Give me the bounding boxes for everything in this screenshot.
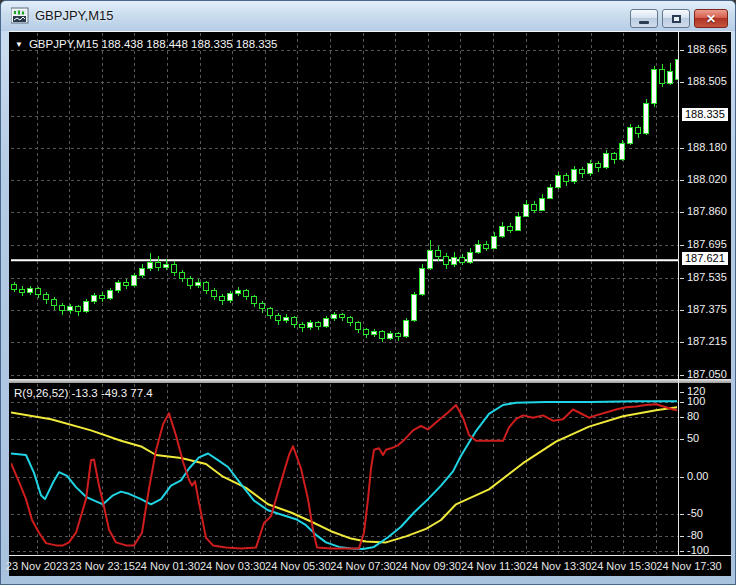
price-scale-separator <box>678 32 679 555</box>
candle-body <box>652 69 657 103</box>
candle-body <box>220 297 225 301</box>
candle-body <box>76 307 81 312</box>
price-axis-label: 187.215 <box>687 335 727 347</box>
indicator-axis-label: 0.00 <box>687 470 708 482</box>
time-axis-label: 24 Nov 03:30 <box>200 560 265 572</box>
price-axis-label: 188.020 <box>687 173 727 185</box>
candle-body <box>36 289 41 295</box>
axis-tick <box>680 82 684 83</box>
time-axis-label: 24 Nov 11:30 <box>461 560 526 572</box>
candle-body <box>596 164 601 168</box>
time-axis-label: 23 Nov 2023 <box>6 560 68 572</box>
candle-body <box>172 264 177 272</box>
candle-body <box>92 296 97 302</box>
cyan-line <box>11 401 677 549</box>
candle-body <box>140 269 145 276</box>
time-axis-label: 24 Nov 13:30 <box>526 560 591 572</box>
restore-button[interactable] <box>662 9 690 28</box>
yellow-line <box>11 407 677 542</box>
candle-body <box>564 176 569 182</box>
axis-tick <box>680 148 684 149</box>
candle-body <box>212 291 217 297</box>
candle-body <box>364 330 369 335</box>
indicator-pane[interactable]: R(9,26,52) -13.3 -49.3 77.4 <box>11 384 679 554</box>
candle-body <box>316 323 321 327</box>
candle-body <box>284 318 289 321</box>
close-button[interactable]: ✕ <box>694 9 728 28</box>
candle-body <box>436 250 441 256</box>
axis-tick <box>680 375 684 376</box>
candle-body <box>388 334 393 338</box>
candle-body <box>276 316 281 321</box>
candle-body <box>428 250 433 268</box>
window-titlebar[interactable]: GBPJPY,M15 ✕ <box>1 1 736 31</box>
axis-tick <box>680 50 684 51</box>
time-axis-label: 24 Nov 07:30 <box>330 560 395 572</box>
candle-body <box>412 295 417 321</box>
candle-body <box>580 170 585 174</box>
axis-tick <box>680 310 684 311</box>
candle-body <box>476 244 481 252</box>
time-axis-label: 24 Nov 01:30 <box>135 560 200 572</box>
candle-body <box>548 188 553 198</box>
candle-body <box>28 289 33 293</box>
minimize-button[interactable] <box>630 9 658 28</box>
symbol-ohlc-header: ▼GBPJPY,M15 188.438 188.448 188.335 188.… <box>15 38 277 50</box>
axis-tick <box>680 245 684 246</box>
candle-body <box>540 198 545 210</box>
mt4-chart-window: GBPJPY,M15 ✕ ▼GBPJPY,M15 188.438 188.448… <box>0 0 736 585</box>
pane-divider[interactable] <box>9 379 731 383</box>
indicator-axis-label: -100 <box>687 544 709 556</box>
indicator-axis[interactable]: 12010080500.00-50-80-100 <box>680 384 731 554</box>
candle-body <box>236 291 241 294</box>
axis-tick <box>680 417 684 418</box>
axis-tick <box>680 477 684 478</box>
candle-body <box>84 302 89 312</box>
candle-body <box>164 264 169 267</box>
price-axis[interactable]: 188.665188.505188.180188.020187.860187.6… <box>680 33 731 379</box>
candle-body <box>604 154 609 168</box>
indicator-chart[interactable] <box>11 384 679 554</box>
candle-body <box>516 216 521 230</box>
indicator-label: R(9,26,52) -13.3 -49.3 77.4 <box>14 387 153 399</box>
candle-body <box>124 283 129 286</box>
red-line <box>11 404 677 548</box>
axis-tick <box>680 536 684 537</box>
candle-body <box>252 297 257 304</box>
time-axis-label: 24 Nov 15:30 <box>591 560 656 572</box>
candle-body <box>492 236 497 248</box>
time-axis-label: 24 Nov 09:30 <box>395 560 460 572</box>
axis-tick <box>680 439 684 440</box>
candle-body <box>52 300 57 306</box>
price-axis-label: 187.050 <box>687 368 727 380</box>
candle-body <box>484 244 489 248</box>
candle-body <box>332 315 337 319</box>
candle-body <box>524 204 529 216</box>
candle-body <box>572 170 577 182</box>
candle-body <box>356 323 361 330</box>
candle-body <box>612 154 617 160</box>
candle-body <box>324 319 329 327</box>
axis-tick <box>680 402 684 403</box>
indicator-axis-label: 50 <box>687 432 699 444</box>
candle-body <box>196 283 201 286</box>
candle-body <box>532 204 537 210</box>
candle-body <box>20 290 25 293</box>
candle-body <box>396 334 401 337</box>
candle-body <box>452 257 457 264</box>
candle-body <box>500 226 505 236</box>
candle-body <box>628 128 633 144</box>
price-chart-pane[interactable]: ▼GBPJPY,M15 188.438 188.448 188.335 188.… <box>11 33 679 379</box>
candle-body <box>244 291 249 297</box>
candle-body <box>588 164 593 174</box>
candle-body <box>620 144 625 160</box>
candle-body <box>204 283 209 291</box>
candle-body <box>260 304 265 309</box>
price-axis-label: 188.180 <box>687 141 727 153</box>
axis-tick <box>680 392 684 393</box>
close-icon: ✕ <box>706 13 716 25</box>
price-axis-label: 188.665 <box>687 43 727 55</box>
candlestick-chart[interactable] <box>11 33 679 379</box>
time-axis[interactable]: 23 Nov 202323 Nov 23:1524 Nov 01:3024 No… <box>9 556 731 577</box>
candle-body <box>60 306 65 311</box>
